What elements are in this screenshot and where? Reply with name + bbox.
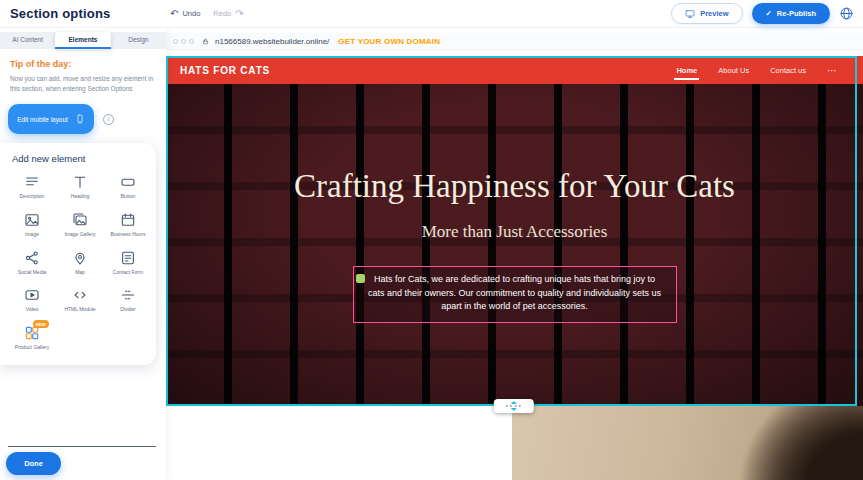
sidebar-tabs: AI Content Elements Design [0,32,166,49]
button-icon [120,174,136,190]
site-nav: Home About Us Contact us ⋯ [676,65,837,76]
tab-elements[interactable]: Elements [55,32,110,49]
element-option-contact-form[interactable]: Contact Form [104,250,152,276]
hero-subheadline[interactable]: More than Just Accessories [422,222,608,242]
undo-label: Undo [182,9,200,18]
sidebar: AI Content Elements Design Tip of the da… [0,28,166,480]
site-url: n1566589.websitebuilder.online/ [215,37,329,46]
arrow-up-icon [510,401,516,404]
text-lines-icon [24,174,40,190]
element-option-map[interactable]: Map [56,250,104,276]
undo-button[interactable]: ↶ Undo [170,9,200,19]
tip-body: Now you can add, move and resize any ele… [10,74,154,93]
monitor-icon [685,9,695,19]
element-grid: Description Heading Button Image Image G… [8,174,152,351]
element-option-button[interactable]: Button [104,174,152,200]
browser-bar: n1566589.websitebuilder.online/ GET YOUR… [166,33,863,50]
app-window: Section options ↶ Undo Redo ↷ Preview ✓ … [0,0,863,480]
element-drag-handle[interactable] [356,274,365,283]
next-section-image [512,406,863,480]
sidebar-divider [8,446,156,447]
image-gallery-icon [72,212,88,228]
lock-icon [202,37,209,46]
element-option-heading[interactable]: Heading [56,174,104,200]
share-icon [24,250,40,266]
nav-contact-us[interactable]: Contact us [770,66,806,75]
element-option-video[interactable]: Video [8,287,56,313]
editor-canvas: n1566589.websitebuilder.online/ GET YOUR… [166,28,863,480]
redo-icon: ↷ [235,9,243,19]
image-icon [24,212,40,228]
new-badge: NEW [33,320,49,328]
element-option-divider[interactable]: Divider [104,287,152,313]
site-header: HATS FOR CATS Home About Us Contact us ⋯ [166,56,863,84]
window-dot-icon [173,39,178,44]
code-icon [72,287,88,303]
element-option-image-gallery[interactable]: Image Gallery [56,212,104,238]
preview-label: Preview [700,9,728,18]
page-title: Section options [10,6,111,21]
info-icon[interactable]: i [103,114,114,125]
tip-of-the-day: Tip of the day: Now you can add, move an… [0,49,166,93]
window-dot-icon [181,39,186,44]
topbar: Section options ↶ Undo Redo ↷ Preview ✓ … [0,0,863,28]
nav-about-us[interactable]: About Us [718,66,749,75]
get-domain-link[interactable]: GET YOUR OWN DOMAIN [338,37,440,46]
tab-ai-content[interactable]: AI Content [0,32,55,49]
form-icon [120,250,136,266]
history-controls: ↶ Undo Redo ↷ [170,9,244,19]
preview-button[interactable]: Preview [671,3,742,24]
hero-section[interactable]: Crafting Happiness for Your Cats More th… [166,84,863,406]
calendar-icon [120,212,136,228]
video-icon [24,287,40,303]
section-resize-handle[interactable] [493,399,533,413]
add-element-panel: Add new element Description Heading Butt… [0,143,156,365]
add-element-title: Add new element [12,153,152,164]
tip-heading: Tip of the day: [10,59,154,69]
window-dot-icon [189,39,194,44]
phone-icon [75,111,85,127]
redo-button[interactable]: Redo ↷ [213,9,243,19]
divider-icon [120,287,136,303]
hero-headline[interactable]: Crafting Happiness for Your Cats [294,167,735,206]
hero-paragraph-text: Hats for Cats, we are dedicated to craft… [366,273,664,315]
check-icon: ✓ [766,9,772,18]
element-option-description[interactable]: Description [8,174,56,200]
element-option-business-hours[interactable]: Business Hours [104,212,152,238]
site-logo[interactable]: HATS FOR CATS [180,65,270,76]
element-option-social-media[interactable]: Social Media [8,250,56,276]
grip-dots-icon [506,405,521,407]
language-globe-icon[interactable] [839,6,854,21]
edit-mobile-layout-button[interactable]: Edit mobile layout [8,104,94,134]
hero-paragraph-selected[interactable]: Hats for Cats, we are dedicated to craft… [353,266,677,324]
element-option-html-module[interactable]: HTML Module [56,287,104,313]
topbar-actions: Preview ✓ Re-Publish [671,3,863,24]
undo-icon: ↶ [170,9,178,19]
arrow-down-icon [510,408,516,411]
tab-design[interactable]: Design [111,32,166,49]
element-option-product-gallery[interactable]: NEW Product Gallery [8,325,56,351]
nav-home[interactable]: Home [676,66,697,75]
element-option-image[interactable]: Image [8,212,56,238]
redo-label: Redo [213,9,231,18]
edit-mobile-label: Edit mobile layout [17,116,67,123]
republish-label: Re-Publish [777,9,816,18]
nav-more-icon[interactable]: ⋯ [827,65,837,76]
map-pin-icon [72,250,88,266]
site-preview: HATS FOR CATS Home About Us Contact us ⋯… [166,56,863,406]
heading-icon [72,174,88,190]
done-button[interactable]: Done [6,452,61,475]
republish-button[interactable]: ✓ Re-Publish [752,3,830,24]
mobile-layout-row: Edit mobile layout i [8,104,166,134]
